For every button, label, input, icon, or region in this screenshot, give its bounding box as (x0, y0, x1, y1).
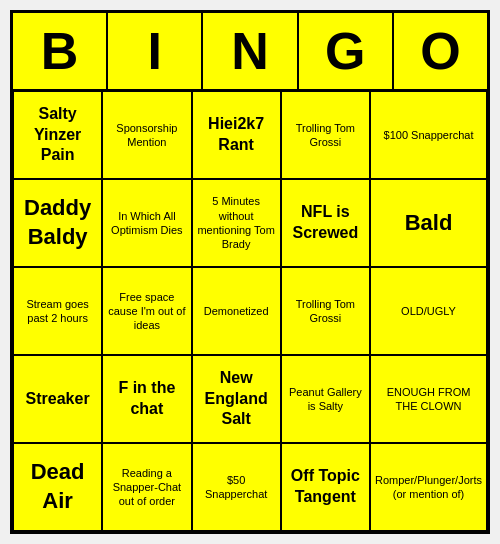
bingo-cell-19: ENOUGH FROM THE CLOWN (370, 355, 487, 443)
bingo-cell-4: $100 Snapperchat (370, 91, 487, 179)
bingo-grid: Salty Yinzer PainSponsorship MentionHiei… (13, 89, 487, 531)
bingo-cell-12: Demonetized (192, 267, 281, 355)
bingo-letter-o: O (394, 13, 487, 89)
bingo-cell-3: Trolling Tom Grossi (281, 91, 370, 179)
bingo-cell-5: Daddy Baldy (13, 179, 102, 267)
bingo-cell-2: Hiei2k7 Rant (192, 91, 281, 179)
bingo-letter-b: B (13, 13, 108, 89)
bingo-cell-14: OLD/UGLY (370, 267, 487, 355)
bingo-cell-20: Dead Air (13, 443, 102, 531)
bingo-cell-17: New England Salt (192, 355, 281, 443)
bingo-card: BINGO Salty Yinzer PainSponsorship Menti… (10, 10, 490, 534)
bingo-cell-0: Salty Yinzer Pain (13, 91, 102, 179)
bingo-cell-23: Off Topic Tangent (281, 443, 370, 531)
bingo-letter-g: G (299, 13, 394, 89)
bingo-header: BINGO (13, 13, 487, 89)
bingo-cell-15: Streaker (13, 355, 102, 443)
bingo-cell-1: Sponsorship Mention (102, 91, 191, 179)
bingo-letter-n: N (203, 13, 298, 89)
bingo-cell-6: In Which All Optimism Dies (102, 179, 191, 267)
bingo-cell-10: Stream goes past 2 hours (13, 267, 102, 355)
bingo-cell-7: 5 Minutes without mentioning Tom Brady (192, 179, 281, 267)
bingo-cell-16: F in the chat (102, 355, 191, 443)
bingo-cell-18: Peanut Gallery is Salty (281, 355, 370, 443)
bingo-cell-9: Bald (370, 179, 487, 267)
bingo-cell-21: Reading a Snapper-Chat out of order (102, 443, 191, 531)
bingo-cell-11: Free space cause I'm out of ideas (102, 267, 191, 355)
bingo-cell-8: NFL is Screwed (281, 179, 370, 267)
bingo-cell-24: Romper/Plunger/Jorts (or mention of) (370, 443, 487, 531)
bingo-cell-13: Trolling Tom Grossi (281, 267, 370, 355)
bingo-letter-i: I (108, 13, 203, 89)
bingo-cell-22: $50 Snapperchat (192, 443, 281, 531)
